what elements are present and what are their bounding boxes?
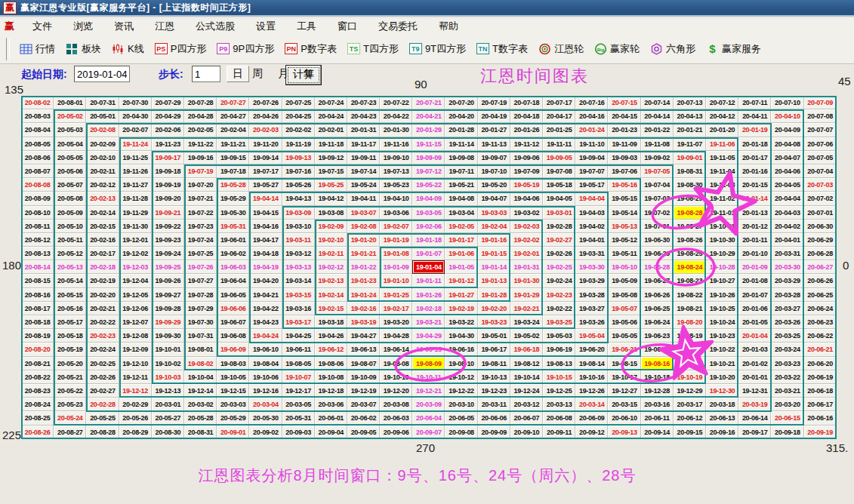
date-cell[interactable]: 20-07-08 <box>804 109 837 123</box>
period-option[interactable]: 月 <box>278 67 288 81</box>
date-cell[interactable]: 20-07-09 <box>804 96 837 109</box>
date-cell[interactable]: 19-04-15 <box>249 206 282 220</box>
date-cell[interactable]: 20-04-06 <box>771 164 803 178</box>
date-cell[interactable]: 20-06-13 <box>706 411 738 425</box>
date-cell[interactable]: 20-08-13 <box>21 247 54 260</box>
toolbar-button[interactable]: 行情 <box>14 40 60 58</box>
date-cell[interactable]: 20-03-04 <box>249 398 282 411</box>
date-cell[interactable]: 19-03-04 <box>445 206 477 220</box>
date-cell[interactable]: 19-06-22 <box>641 343 674 356</box>
date-cell[interactable]: 20-09-01 <box>217 426 249 439</box>
date-cell[interactable]: 20-08-30 <box>152 426 184 439</box>
date-cell[interactable]: 19-09-24 <box>152 247 184 260</box>
date-cell[interactable]: 19-05-17 <box>575 178 608 192</box>
date-cell[interactable]: 20-05-08 <box>54 192 86 205</box>
menu-item[interactable]: 资讯 <box>103 18 144 35</box>
date-cell[interactable]: 20-07-23 <box>347 96 380 109</box>
date-cell[interactable]: 19-12-24 <box>510 384 543 398</box>
date-cell[interactable]: 20-05-27 <box>152 411 184 425</box>
date-cell[interactable]: 20-05-20 <box>54 357 86 370</box>
window-date-cell[interactable]: 19-08-09 <box>412 357 445 370</box>
date-cell[interactable]: 19-04-03 <box>575 206 608 220</box>
date-cell[interactable]: 20-01-27 <box>478 123 510 137</box>
date-cell[interactable]: 20-05-16 <box>54 302 86 315</box>
date-cell[interactable]: 19-02-10 <box>315 233 347 247</box>
date-cell[interactable]: 20-08-06 <box>21 151 54 164</box>
date-cell[interactable]: 19-10-23 <box>706 329 738 343</box>
date-cell[interactable]: 19-02-08 <box>347 220 380 233</box>
date-cell[interactable]: 20-02-06 <box>152 123 184 137</box>
date-cell[interactable]: 19-02-23 <box>543 288 575 302</box>
date-cell[interactable]: 19-05-31 <box>217 220 249 233</box>
date-cell[interactable]: 19-08-29 <box>674 192 706 205</box>
date-cell[interactable]: 20-05-23 <box>54 398 86 411</box>
date-cell[interactable]: 20-03-18 <box>706 398 738 411</box>
date-cell[interactable]: 20-03-20 <box>771 398 803 411</box>
date-cell[interactable]: 20-03-06 <box>315 398 347 411</box>
date-cell[interactable]: 20-09-03 <box>282 426 315 439</box>
date-cell[interactable]: 19-12-10 <box>119 357 152 370</box>
menu-item[interactable]: 公式选股 <box>185 18 245 35</box>
date-cell[interactable]: 19-09-22 <box>152 220 184 233</box>
date-cell[interactable]: 19-02-22 <box>543 302 575 315</box>
date-cell[interactable]: 20-07-01 <box>804 206 837 220</box>
date-cell[interactable]: 20-08-01 <box>54 96 86 109</box>
date-cell[interactable]: 19-09-27 <box>152 288 184 302</box>
date-cell[interactable]: 19-08-05 <box>282 357 315 370</box>
date-cell[interactable]: 19-04-19 <box>249 260 282 274</box>
date-cell[interactable]: 19-07-05 <box>641 164 674 178</box>
date-cell[interactable]: 20-02-24 <box>86 343 119 356</box>
date-cell[interactable]: 19-02-20 <box>478 302 510 315</box>
date-cell[interactable]: 19-01-23 <box>347 274 380 287</box>
date-cell[interactable]: 19-09-13 <box>282 151 315 164</box>
date-cell[interactable]: 19-03-30 <box>575 260 608 274</box>
date-cell[interactable]: 19-10-17 <box>608 370 640 384</box>
date-cell[interactable]: 19-12-31 <box>738 384 771 398</box>
date-cell[interactable]: 20-09-05 <box>347 426 380 439</box>
date-cell[interactable]: 19-01-30 <box>510 274 543 287</box>
date-cell[interactable]: 20-05-06 <box>54 164 86 178</box>
date-cell[interactable]: 19-02-14 <box>315 288 347 302</box>
date-cell[interactable]: 20-06-25 <box>804 288 837 302</box>
date-cell[interactable]: 19-09-11 <box>347 151 380 164</box>
date-cell[interactable]: 20-01-08 <box>738 274 771 287</box>
date-cell[interactable]: 19-01-25 <box>380 288 412 302</box>
date-cell[interactable]: 19-04-04 <box>575 192 608 205</box>
date-cell[interactable]: 20-06-01 <box>315 411 347 425</box>
date-cell[interactable]: 19-07-18 <box>217 164 249 178</box>
date-cell[interactable]: 19-12-08 <box>119 329 152 343</box>
toolbar-button[interactable]: $赢家服务 <box>701 40 766 58</box>
date-cell[interactable]: 20-01-10 <box>738 247 771 260</box>
date-cell[interactable]: 20-04-11 <box>738 109 771 123</box>
date-cell[interactable]: 19-11-17 <box>347 137 380 151</box>
date-cell[interactable]: 20-07-12 <box>706 96 738 109</box>
date-cell[interactable]: 20-04-22 <box>380 109 412 123</box>
date-cell[interactable]: 19-08-03 <box>217 357 249 370</box>
date-cell[interactable]: 20-02-10 <box>86 151 119 164</box>
date-cell[interactable]: 20-02-14 <box>86 206 119 220</box>
date-cell[interactable]: 19-07-22 <box>184 206 217 220</box>
date-cell[interactable]: 19-03-19 <box>347 315 380 329</box>
date-cell[interactable]: 19-09-03 <box>608 151 640 164</box>
date-cell[interactable]: 20-08-17 <box>21 302 54 315</box>
date-cell[interactable]: 20-09-12 <box>575 426 608 439</box>
date-cell[interactable]: 19-05-30 <box>217 206 249 220</box>
date-cell[interactable]: 19-01-10 <box>380 274 412 287</box>
date-cell[interactable]: 20-07-22 <box>380 96 412 109</box>
date-cell[interactable]: 20-01-15 <box>738 178 771 192</box>
date-cell[interactable]: 19-06-27 <box>641 274 674 287</box>
date-cell[interactable]: 20-09-13 <box>608 426 640 439</box>
date-cell[interactable]: 20-08-08 <box>21 178 54 192</box>
date-cell[interactable]: 19-10-24 <box>706 315 738 329</box>
center-date-cell[interactable]: 19-01-04 <box>412 260 445 274</box>
date-cell[interactable]: 19-07-27 <box>184 274 217 287</box>
date-cell[interactable]: 19-03-24 <box>510 315 543 329</box>
date-cell[interactable]: 19-06-03 <box>217 260 249 274</box>
date-cell[interactable]: 19-03-28 <box>575 288 608 302</box>
date-cell[interactable]: 19-04-16 <box>249 220 282 233</box>
date-cell[interactable]: 19-06-28 <box>641 260 674 274</box>
date-cell[interactable]: 19-01-18 <box>412 233 445 247</box>
date-cell[interactable]: 19-12-20 <box>380 384 412 398</box>
date-cell[interactable]: 19-06-17 <box>478 343 510 356</box>
date-cell[interactable]: 20-04-24 <box>315 109 347 123</box>
